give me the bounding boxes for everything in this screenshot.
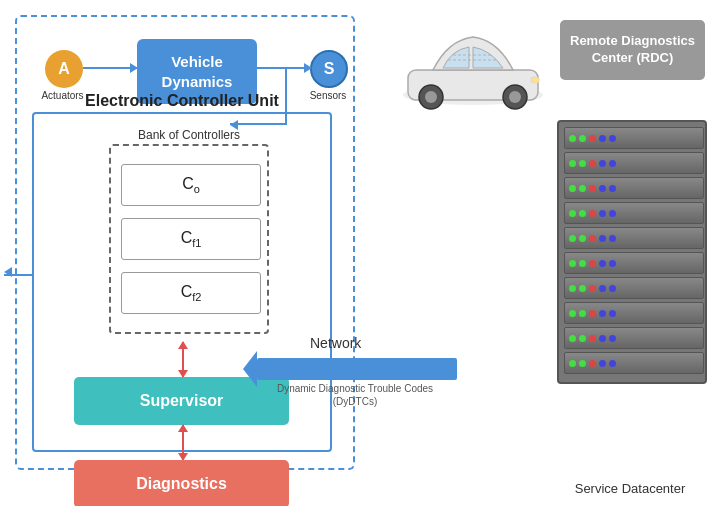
server-light <box>599 310 606 317</box>
server-light <box>609 135 616 142</box>
server-light <box>569 235 576 242</box>
server-light <box>579 260 586 267</box>
diagnostics-box: Diagnostics <box>74 460 289 506</box>
server-light <box>579 285 586 292</box>
server-light <box>569 185 576 192</box>
server-light <box>599 235 606 242</box>
server-light <box>579 310 586 317</box>
supervisor-label: Supervisor <box>140 392 224 410</box>
server-light <box>589 135 596 142</box>
server-unit-5 <box>564 227 704 249</box>
server-unit-10 <box>564 352 704 374</box>
server-light <box>579 335 586 342</box>
diagnostics-label: Diagnostics <box>136 475 227 493</box>
server-light <box>579 135 586 142</box>
server-light <box>579 360 586 367</box>
server-light <box>569 360 576 367</box>
network-arrow <box>257 358 457 380</box>
vehicle-dynamics-text: Vehicle Dynamics <box>162 52 233 91</box>
server-light <box>579 210 586 217</box>
server-light <box>569 135 576 142</box>
actuators-label: Actuators <box>35 90 90 101</box>
arrow-actuator-to-vd <box>83 67 137 69</box>
arrow-supervisor-to-diagnostics <box>182 425 184 460</box>
svg-rect-6 <box>531 77 539 83</box>
server-light <box>569 160 576 167</box>
main-diagram: Deployed Vehicle Vehicle Dynamics A Actu… <box>0 0 725 506</box>
arrow-back-to-ecu <box>32 239 34 319</box>
server-light <box>609 335 616 342</box>
server-rack <box>557 120 707 400</box>
server-light <box>609 285 616 292</box>
actuators-circle: A <box>45 50 83 88</box>
server-light <box>599 160 606 167</box>
bank-label: Bank of Controllers <box>138 128 240 142</box>
server-unit-2 <box>564 152 704 174</box>
server-light <box>609 360 616 367</box>
server-light <box>569 285 576 292</box>
server-light <box>589 235 596 242</box>
server-light <box>579 235 586 242</box>
sensors-circle: S <box>310 50 348 88</box>
server-light <box>569 310 576 317</box>
server-light <box>599 335 606 342</box>
server-light <box>609 235 616 242</box>
server-light <box>589 360 596 367</box>
rdc-box: Remote DiagnosticsCenter (RDC) <box>560 20 705 80</box>
ecu-label: Electronic Controller Unit <box>85 92 279 110</box>
server-light <box>599 260 606 267</box>
controller-cf1: Cf1 <box>121 218 261 260</box>
server-light <box>569 210 576 217</box>
svg-point-3 <box>425 91 437 103</box>
server-light <box>589 210 596 217</box>
server-light <box>609 210 616 217</box>
server-light <box>579 160 586 167</box>
server-light <box>589 285 596 292</box>
server-light <box>589 310 596 317</box>
car-image <box>390 10 555 120</box>
server-light <box>599 285 606 292</box>
server-unit-7 <box>564 277 704 299</box>
server-light <box>609 260 616 267</box>
controller-cf2: Cf2 <box>121 272 261 314</box>
svg-point-5 <box>509 91 521 103</box>
server-light <box>599 360 606 367</box>
server-light <box>589 185 596 192</box>
server-unit-4 <box>564 202 704 224</box>
server-unit-1 <box>564 127 704 149</box>
server-light <box>609 160 616 167</box>
server-unit-9 <box>564 327 704 349</box>
server-unit-6 <box>564 252 704 274</box>
service-datacenter-label: Service Datacenter <box>560 481 700 496</box>
controller-co: Co <box>121 164 261 206</box>
server-light <box>609 185 616 192</box>
server-light <box>609 310 616 317</box>
server-light <box>599 185 606 192</box>
server-light <box>569 260 576 267</box>
server-light <box>589 260 596 267</box>
server-light <box>579 185 586 192</box>
server-light <box>569 335 576 342</box>
arrow-vd-to-sensor <box>257 67 311 69</box>
server-unit-8 <box>564 302 704 324</box>
server-light <box>589 160 596 167</box>
server-unit-3 <box>564 177 704 199</box>
server-light <box>589 335 596 342</box>
rdc-label: Remote DiagnosticsCenter (RDC) <box>565 28 700 72</box>
sensors-label: Sensors <box>303 90 353 101</box>
server-light <box>599 135 606 142</box>
bank-of-controllers-box: Bank of Controllers Co Cf1 Cf2 <box>109 144 269 334</box>
dydtc-label: Dynamic Diagnostic Trouble Codes(DyDTCs) <box>260 382 450 408</box>
car-svg <box>393 15 553 115</box>
network-label: Network <box>310 335 361 351</box>
server-light <box>599 210 606 217</box>
arrow-bank-to-supervisor <box>182 342 184 377</box>
